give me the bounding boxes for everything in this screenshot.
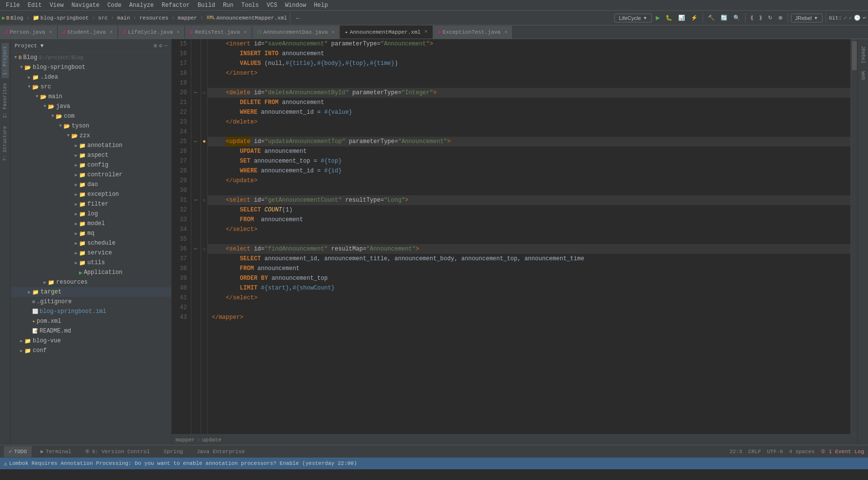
tab-student-close[interactable]: ×	[110, 30, 113, 35]
toolbar-btn3[interactable]: ↻	[766, 14, 774, 22]
breadcrumb-springboot[interactable]: 📁 blog-springboot	[33, 15, 89, 21]
tree-tyson[interactable]: ▼ 📂 tyson	[11, 121, 171, 131]
panel-web[interactable]: Web	[859, 68, 867, 83]
menu-edit[interactable]: Edit	[24, 0, 46, 10]
tab-lifecycle[interactable]: J LifeCycle.java ×	[118, 26, 185, 39]
git-undo[interactable]: ↩	[863, 15, 866, 21]
tree-mq[interactable]: ▶ 📁 mq	[11, 229, 171, 238]
menu-run[interactable]: Run	[219, 0, 238, 10]
tree-iml[interactable]: ⬜ blog-springboot.iml	[11, 307, 171, 316]
breadcrumb-resources[interactable]: resources	[140, 15, 168, 21]
git-check2[interactable]: ✓	[849, 15, 852, 21]
tab-todo[interactable]: ✓ TODO	[4, 446, 32, 457]
menu-vcs[interactable]: VCS	[263, 0, 282, 10]
menu-navigate[interactable]: Navigate	[67, 0, 103, 10]
tab-redis[interactable]: J RedisTest.java ×	[185, 26, 252, 39]
toolbar-btn2[interactable]: ⟫	[757, 14, 764, 22]
toolbar-btn1[interactable]: ⟪	[748, 14, 755, 22]
jrebel-btn[interactable]: JRebel ▼	[791, 14, 823, 22]
sync-btn[interactable]: 🔄	[719, 14, 729, 22]
menu-analyze[interactable]: Analyze	[125, 0, 158, 10]
tab-annmapper[interactable]: ✦ AnnouncementMapper.xml ×	[340, 25, 433, 39]
tree-model[interactable]: ▶ 📁 model	[11, 219, 171, 229]
tree-main[interactable]: ▼ 📂 main	[11, 92, 171, 102]
tree-config[interactable]: ▶ 📁 config	[11, 160, 171, 170]
tree-src[interactable]: ▼ 📂 src	[11, 82, 171, 92]
breadcrumb-file[interactable]: XML AnnouncementMapper.xml	[206, 15, 287, 21]
panel-structure[interactable]: 7: Structure	[1, 123, 9, 164]
menu-view[interactable]: View	[46, 0, 68, 10]
gutter-20[interactable]: ←	[191, 88, 201, 98]
tab-redis-close[interactable]: ×	[244, 30, 247, 35]
git-clock[interactable]: 🕒	[854, 15, 861, 21]
sidebar-close-btn[interactable]: —	[164, 42, 167, 49]
tree-pom[interactable]: ✦ pom.xml	[11, 316, 171, 326]
tree-controller[interactable]: ▶ 📁 controller	[11, 170, 171, 180]
panel-project[interactable]: 1: Project	[1, 43, 9, 78]
tab-version-control[interactable]: ⑨ 9: Version Control	[80, 446, 155, 457]
breadcrumb-src[interactable]: src	[98, 15, 108, 21]
tree-conf[interactable]: ▶ 📁 conf	[11, 346, 171, 355]
breadcrumb-mapper[interactable]: mapper	[178, 15, 197, 21]
tree-utils[interactable]: ▶ 📁 utils	[11, 258, 171, 268]
tab-extest-close[interactable]: ×	[505, 30, 507, 35]
tab-spring[interactable]: Spring	[159, 446, 188, 457]
menu-window[interactable]: Window	[281, 0, 310, 10]
tab-annmapper-close[interactable]: ×	[424, 29, 427, 35]
tree-resources[interactable]: ▶ 📁 resources	[11, 277, 171, 287]
profile-btn[interactable]: ⚡	[689, 14, 700, 22]
tree-readme[interactable]: 📝 README.md	[11, 326, 171, 336]
event-log[interactable]: ① 1 Event Log	[821, 448, 864, 455]
tree-blog-root[interactable]: ▼ B Blog E:/project/Blog	[11, 53, 171, 63]
tree-log[interactable]: ▶ 📁 log	[11, 209, 171, 219]
tree-java[interactable]: ▼ 📂 java	[11, 102, 171, 111]
tab-lifecycle-close[interactable]: ×	[177, 30, 180, 35]
menu-build[interactable]: Build	[194, 0, 219, 10]
tree-target[interactable]: ▶ 📁 target	[11, 287, 171, 297]
menu-file[interactable]: File	[2, 0, 24, 10]
breadcrumb-blog[interactable]: ▶ B Blog	[2, 15, 23, 21]
tree-exception[interactable]: ▶ 📁 exception	[11, 189, 171, 199]
gutter-31[interactable]: ←	[191, 195, 201, 205]
gutter-25[interactable]: ←	[191, 137, 201, 146]
tab-student[interactable]: J Student.java ×	[58, 26, 118, 39]
menu-refactor[interactable]: Refactor	[158, 0, 194, 10]
tab-person[interactable]: J Person.java ×	[0, 26, 58, 39]
tab-terminal[interactable]: ▶ Terminal	[36, 446, 76, 457]
tab-extest[interactable]: J ExceptionTest.java ×	[433, 26, 513, 39]
tree-idea[interactable]: ▶ 📁 .idea	[11, 72, 171, 82]
build-btn[interactable]: 🔨	[706, 14, 717, 22]
git-check1[interactable]: ✓	[844, 15, 847, 21]
tree-annotation[interactable]: ▶ 📁 annotation	[11, 141, 171, 150]
sidebar-gear-btn[interactable]: ⚙	[159, 42, 162, 49]
tree-dao[interactable]: ▶ 📁 dao	[11, 180, 171, 189]
scrollbar-thumb[interactable]	[852, 41, 857, 70]
tab-anndao-close[interactable]: ×	[332, 30, 335, 35]
sidebar-layout-btn[interactable]: ⊞	[154, 42, 157, 49]
tab-anndao[interactable]: ⬡ AnnouncementDao.java ×	[252, 26, 340, 39]
menu-tools[interactable]: Tools	[238, 0, 263, 10]
tree-com[interactable]: ▼ 📂 com	[11, 111, 171, 121]
lifecycle-btn[interactable]: LifeCycle ▼	[614, 14, 651, 22]
search-btn[interactable]: 🔍	[731, 14, 742, 22]
tree-gitignore[interactable]: ⊘ .gitignore	[11, 297, 171, 307]
coverage-btn[interactable]: 📊	[676, 14, 687, 22]
debug-btn[interactable]: 🐛	[664, 14, 674, 22]
run-btn[interactable]: ▶	[654, 14, 662, 22]
tab-person-close[interactable]: ×	[49, 30, 52, 35]
tree-service[interactable]: ▶ 📁 service	[11, 248, 171, 258]
tree-schedule[interactable]: ▶ 📁 schedule	[11, 238, 171, 248]
status-message[interactable]: Lombok Requires Annotation Processing: D…	[9, 460, 357, 466]
back-btn[interactable]: ←	[293, 14, 303, 22]
breadcrumb-update[interactable]: update	[202, 437, 222, 443]
code-editor[interactable]: <insert id="saveAnnouncement" parameterT…	[208, 39, 850, 434]
tree-filter[interactable]: ▶ 📁 filter	[11, 199, 171, 209]
panel-favorites[interactable]: 2: Favorites	[1, 80, 9, 121]
panel-jrebel[interactable]: JRebel	[859, 43, 867, 66]
tree-application[interactable]: ▶ Application	[11, 268, 171, 277]
tree-aspect[interactable]: ▶ 📁 aspect	[11, 150, 171, 160]
tree-zzx[interactable]: ▼ 📂 zzx	[11, 131, 171, 141]
tab-java-enterprise[interactable]: Java Enterprise	[192, 446, 250, 457]
gutter-36[interactable]: ←	[191, 244, 201, 254]
tree-blog-vue[interactable]: ▶ 📁 blog-vue	[11, 336, 171, 346]
